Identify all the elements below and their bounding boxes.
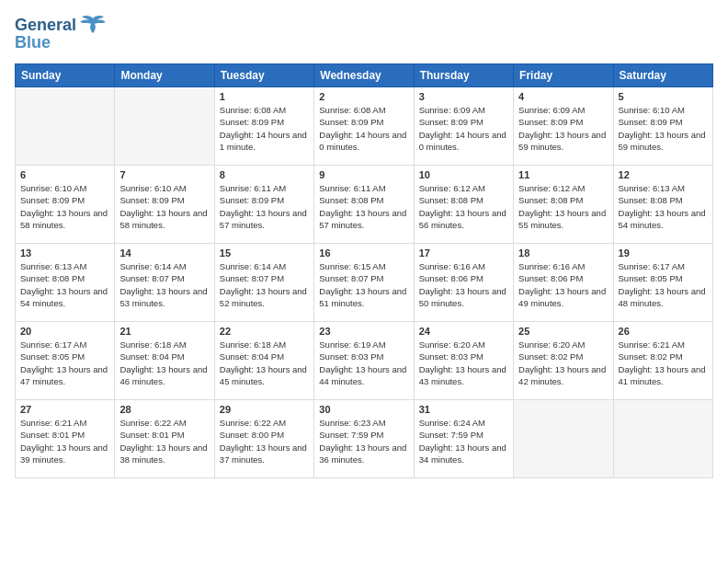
calendar-week-row: 20 Sunrise: 6:17 AM Sunset: 8:05 PM Dayl… (16, 322, 713, 400)
day-number: 24 (419, 326, 508, 337)
day-detail: Sunrise: 6:09 AM Sunset: 8:09 PM Dayligh… (518, 104, 608, 153)
day-detail: Sunrise: 6:17 AM Sunset: 8:05 PM Dayligh… (619, 260, 708, 309)
day-detail: Sunrise: 6:14 AM Sunset: 8:07 PM Dayligh… (119, 260, 209, 309)
calendar-day-cell: 25 Sunrise: 6:20 AM Sunset: 8:02 PM Dayl… (514, 322, 613, 400)
day-number: 13 (20, 247, 109, 259)
calendar-day-cell: 7 Sunrise: 6:10 AM Sunset: 8:09 PM Dayli… (115, 166, 214, 244)
day-number: 5 (619, 91, 708, 102)
calendar-day-cell: 13 Sunrise: 6:13 AM Sunset: 8:08 PM Dayl… (16, 244, 115, 322)
day-detail: Sunrise: 6:20 AM Sunset: 8:02 PM Dayligh… (518, 339, 608, 387)
calendar-day-cell: 27 Sunrise: 6:21 AM Sunset: 8:01 PM Dayl… (16, 400, 115, 478)
day-detail: Sunrise: 6:10 AM Sunset: 8:09 PM Dayligh… (20, 182, 109, 231)
calendar-day-cell: 21 Sunrise: 6:18 AM Sunset: 8:04 PM Dayl… (115, 322, 214, 400)
weekday-header: Sunday (16, 64, 115, 87)
day-detail: Sunrise: 6:09 AM Sunset: 8:09 PM Dayligh… (419, 104, 508, 153)
day-detail: Sunrise: 6:12 AM Sunset: 8:08 PM Dayligh… (518, 182, 608, 231)
day-detail: Sunrise: 6:08 AM Sunset: 8:09 PM Dayligh… (220, 104, 309, 153)
calendar-day-cell: 3 Sunrise: 6:09 AM Sunset: 8:09 PM Dayli… (414, 87, 513, 166)
day-detail: Sunrise: 6:17 AM Sunset: 8:05 PM Dayligh… (20, 339, 109, 387)
calendar-week-row: 1 Sunrise: 6:08 AM Sunset: 8:09 PM Dayli… (16, 87, 713, 166)
day-number: 6 (20, 169, 109, 180)
calendar-day-cell: 4 Sunrise: 6:09 AM Sunset: 8:09 PM Dayli… (514, 87, 613, 166)
day-number: 31 (419, 404, 508, 415)
calendar-day-cell: 2 Sunrise: 6:08 AM Sunset: 8:09 PM Dayli… (314, 87, 414, 166)
day-detail: Sunrise: 6:18 AM Sunset: 8:04 PM Dayligh… (119, 339, 209, 387)
page-header: General Blue (15, 15, 713, 52)
day-number: 25 (518, 326, 608, 337)
calendar-week-row: 6 Sunrise: 6:10 AM Sunset: 8:09 PM Dayli… (16, 166, 713, 244)
calendar-day-cell: 11 Sunrise: 6:12 AM Sunset: 8:08 PM Dayl… (514, 166, 613, 244)
day-number: 17 (419, 247, 508, 259)
calendar-day-cell: 10 Sunrise: 6:12 AM Sunset: 8:08 PM Dayl… (414, 166, 513, 244)
weekday-header: Monday (115, 64, 214, 87)
day-number: 29 (220, 404, 309, 415)
logo-bird-icon (80, 15, 106, 35)
weekday-header: Friday (514, 64, 613, 87)
calendar-day-cell: 19 Sunrise: 6:17 AM Sunset: 8:05 PM Dayl… (613, 244, 712, 322)
day-detail: Sunrise: 6:24 AM Sunset: 7:59 PM Dayligh… (419, 417, 508, 465)
calendar-day-cell: 12 Sunrise: 6:13 AM Sunset: 8:08 PM Dayl… (613, 166, 712, 244)
day-number: 10 (419, 169, 508, 180)
day-detail: Sunrise: 6:10 AM Sunset: 8:09 PM Dayligh… (619, 104, 708, 153)
day-number: 22 (220, 326, 309, 337)
calendar-day-cell: 31 Sunrise: 6:24 AM Sunset: 7:59 PM Dayl… (414, 400, 513, 478)
calendar-day-cell: 20 Sunrise: 6:17 AM Sunset: 8:05 PM Dayl… (16, 322, 115, 400)
day-detail: Sunrise: 6:18 AM Sunset: 8:04 PM Dayligh… (220, 339, 309, 387)
day-number: 12 (619, 169, 708, 180)
day-number: 8 (220, 169, 309, 180)
calendar-week-row: 13 Sunrise: 6:13 AM Sunset: 8:08 PM Dayl… (16, 244, 713, 322)
weekday-header: Thursday (414, 64, 513, 87)
calendar-day-cell (115, 87, 214, 166)
logo: General Blue (15, 15, 106, 52)
calendar-day-cell: 16 Sunrise: 6:15 AM Sunset: 8:07 PM Dayl… (314, 244, 414, 322)
calendar-day-cell (613, 400, 712, 478)
day-number: 7 (119, 169, 209, 180)
day-number: 19 (619, 247, 708, 259)
calendar-header-row: SundayMondayTuesdayWednesdayThursdayFrid… (16, 64, 713, 87)
weekday-header: Tuesday (214, 64, 313, 87)
day-number: 11 (518, 169, 608, 180)
day-detail: Sunrise: 6:13 AM Sunset: 8:08 PM Dayligh… (619, 182, 708, 231)
calendar-day-cell: 28 Sunrise: 6:22 AM Sunset: 8:01 PM Dayl… (115, 400, 214, 478)
day-number: 20 (20, 326, 109, 337)
day-detail: Sunrise: 6:11 AM Sunset: 8:08 PM Dayligh… (319, 182, 408, 231)
calendar-day-cell: 1 Sunrise: 6:08 AM Sunset: 8:09 PM Dayli… (214, 87, 313, 166)
day-number: 16 (319, 247, 408, 259)
weekday-header: Saturday (613, 64, 712, 87)
day-number: 3 (419, 91, 508, 102)
calendar-day-cell: 24 Sunrise: 6:20 AM Sunset: 8:03 PM Dayl… (414, 322, 513, 400)
calendar-day-cell (16, 87, 115, 166)
day-number: 21 (119, 326, 209, 337)
calendar-day-cell: 6 Sunrise: 6:10 AM Sunset: 8:09 PM Dayli… (16, 166, 115, 244)
day-number: 2 (319, 91, 408, 102)
day-detail: Sunrise: 6:16 AM Sunset: 8:06 PM Dayligh… (419, 260, 508, 309)
calendar-day-cell: 26 Sunrise: 6:21 AM Sunset: 8:02 PM Dayl… (613, 322, 712, 400)
day-detail: Sunrise: 6:23 AM Sunset: 7:59 PM Dayligh… (319, 417, 408, 465)
calendar-day-cell: 18 Sunrise: 6:16 AM Sunset: 8:06 PM Dayl… (514, 244, 613, 322)
day-detail: Sunrise: 6:21 AM Sunset: 8:02 PM Dayligh… (619, 339, 708, 387)
day-detail: Sunrise: 6:15 AM Sunset: 8:07 PM Dayligh… (319, 260, 408, 309)
calendar-week-row: 27 Sunrise: 6:21 AM Sunset: 8:01 PM Dayl… (16, 400, 713, 478)
day-detail: Sunrise: 6:12 AM Sunset: 8:08 PM Dayligh… (419, 182, 508, 231)
calendar-table: SundayMondayTuesdayWednesdayThursdayFrid… (15, 63, 713, 478)
day-number: 27 (20, 404, 109, 415)
calendar-day-cell: 8 Sunrise: 6:11 AM Sunset: 8:09 PM Dayli… (214, 166, 313, 244)
day-detail: Sunrise: 6:22 AM Sunset: 8:01 PM Dayligh… (119, 417, 209, 465)
day-detail: Sunrise: 6:13 AM Sunset: 8:08 PM Dayligh… (20, 260, 109, 309)
day-number: 18 (518, 247, 608, 259)
day-number: 15 (220, 247, 309, 259)
day-number: 14 (119, 247, 209, 259)
calendar-day-cell: 15 Sunrise: 6:14 AM Sunset: 8:07 PM Dayl… (214, 244, 313, 322)
day-detail: Sunrise: 6:16 AM Sunset: 8:06 PM Dayligh… (518, 260, 608, 309)
day-number: 23 (319, 326, 408, 337)
calendar-day-cell: 30 Sunrise: 6:23 AM Sunset: 7:59 PM Dayl… (314, 400, 414, 478)
day-detail: Sunrise: 6:19 AM Sunset: 8:03 PM Dayligh… (319, 339, 408, 387)
calendar-day-cell: 22 Sunrise: 6:18 AM Sunset: 8:04 PM Dayl… (214, 322, 313, 400)
day-number: 26 (619, 326, 708, 337)
calendar-day-cell (514, 400, 613, 478)
day-number: 1 (220, 91, 309, 102)
day-number: 4 (518, 91, 608, 102)
calendar-day-cell: 5 Sunrise: 6:10 AM Sunset: 8:09 PM Dayli… (613, 87, 712, 166)
day-number: 30 (319, 404, 408, 415)
calendar-day-cell: 23 Sunrise: 6:19 AM Sunset: 8:03 PM Dayl… (314, 322, 414, 400)
